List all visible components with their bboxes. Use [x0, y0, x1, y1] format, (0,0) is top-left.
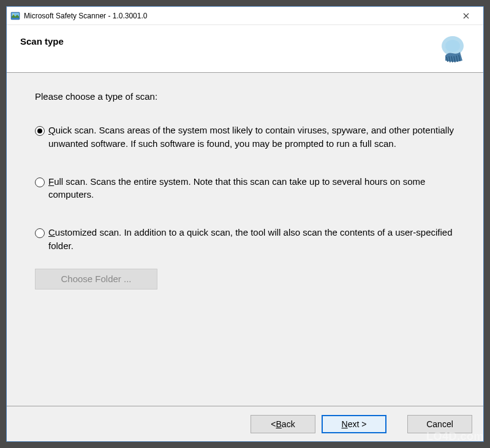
wizard-footer: < Back Next > Cancel [7, 406, 483, 441]
option-customized-scan[interactable]: Customized scan. In addition to a quick … [35, 226, 455, 253]
option-full-scan[interactable]: Full scan. Scans the entire system. Note… [35, 175, 455, 202]
titlebar: Microsoft Safety Scanner - 1.0.3001.0 [7, 7, 483, 25]
option-customized-scan-label: Customized scan. In addition to a quick … [48, 226, 455, 253]
svg-point-4 [445, 40, 460, 52]
radio-full-scan[interactable] [35, 177, 45, 187]
option-quick-scan[interactable]: Quick scan. Scans areas of the system mo… [35, 124, 455, 151]
option-full-scan-label: Full scan. Scans the entire system. Note… [48, 175, 455, 202]
content-area: Please choose a type of scan: Quick scan… [7, 73, 483, 406]
option-quick-scan-label: Quick scan. Scans areas of the system mo… [48, 124, 455, 151]
window-title: Microsoft Safety Scanner - 1.0.3001.0 [24, 12, 454, 20]
back-button[interactable]: < Back [251, 415, 315, 433]
prompt-text: Please choose a type of scan: [35, 91, 455, 102]
window: Microsoft Safety Scanner - 1.0.3001.0 Sc… [6, 6, 484, 442]
radio-customized-scan[interactable] [35, 228, 45, 238]
close-button[interactable] [454, 7, 478, 24]
app-icon [10, 11, 20, 21]
scanner-icon [435, 34, 470, 68]
next-button[interactable]: Next > [322, 415, 386, 433]
radio-quick-scan[interactable] [35, 126, 45, 136]
wizard-header: Scan type [7, 25, 483, 73]
cancel-button[interactable]: Cancel [407, 415, 472, 433]
choose-folder-button: Choose Folder ... [35, 269, 157, 289]
page-title: Scan type [20, 36, 64, 47]
